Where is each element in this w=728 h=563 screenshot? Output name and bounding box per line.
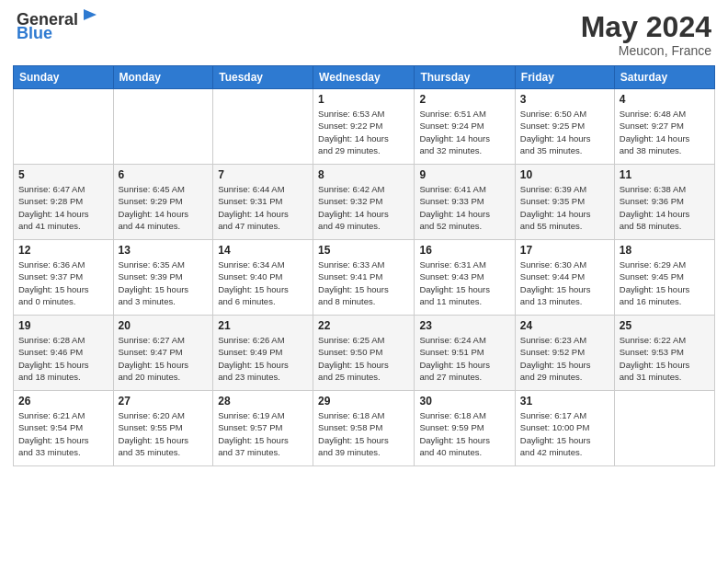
day-number: 11	[620, 168, 710, 181]
day-cell	[614, 391, 714, 466]
day-number: 20	[119, 319, 209, 332]
day-cell: 8Sunrise: 6:42 AM Sunset: 9:32 PM Daylig…	[313, 165, 415, 240]
day-number: 10	[520, 168, 609, 181]
day-number: 30	[419, 395, 509, 408]
calendar: SundayMondayTuesdayWednesdayThursdayFrid…	[13, 65, 715, 466]
day-info: Sunrise: 6:34 AM Sunset: 9:40 PM Dayligh…	[218, 259, 308, 307]
day-number: 5	[18, 168, 108, 181]
day-cell: 5Sunrise: 6:47 AM Sunset: 9:28 PM Daylig…	[14, 165, 114, 240]
day-number: 27	[119, 395, 209, 408]
day-number: 16	[419, 244, 509, 257]
day-cell: 19Sunrise: 6:28 AM Sunset: 9:46 PM Dayli…	[14, 316, 114, 391]
day-cell	[213, 89, 313, 165]
day-info: Sunrise: 6:38 AM Sunset: 9:36 PM Dayligh…	[620, 183, 710, 232]
header: General Blue May 2024 Meucon, France	[0, 0, 728, 65]
day-cell: 10Sunrise: 6:39 AM Sunset: 9:35 PM Dayli…	[515, 165, 614, 240]
day-info: Sunrise: 6:42 AM Sunset: 9:32 PM Dayligh…	[318, 183, 409, 232]
day-cell: 7Sunrise: 6:44 AM Sunset: 9:31 PM Daylig…	[213, 165, 313, 240]
day-number: 23	[419, 319, 509, 332]
header-day-friday: Friday	[515, 66, 614, 89]
day-cell: 2Sunrise: 6:51 AM Sunset: 9:24 PM Daylig…	[415, 89, 515, 165]
day-info: Sunrise: 6:23 AM Sunset: 9:52 PM Dayligh…	[520, 334, 609, 383]
calendar-body: 1Sunrise: 6:53 AM Sunset: 9:22 PM Daylig…	[14, 89, 715, 466]
day-cell: 26Sunrise: 6:21 AM Sunset: 9:54 PM Dayli…	[14, 391, 114, 466]
day-cell: 16Sunrise: 6:31 AM Sunset: 9:43 PM Dayli…	[415, 240, 515, 316]
week-row-5: 26Sunrise: 6:21 AM Sunset: 9:54 PM Dayli…	[14, 391, 715, 466]
day-number: 25	[620, 319, 710, 332]
day-cell: 23Sunrise: 6:24 AM Sunset: 9:51 PM Dayli…	[415, 316, 515, 391]
day-cell: 28Sunrise: 6:19 AM Sunset: 9:57 PM Dayli…	[213, 391, 313, 466]
day-number: 6	[119, 168, 209, 181]
day-cell: 15Sunrise: 6:33 AM Sunset: 9:41 PM Dayli…	[313, 240, 415, 316]
day-number: 28	[218, 395, 308, 408]
title-block: May 2024 Meucon, France	[581, 11, 711, 58]
day-cell: 3Sunrise: 6:50 AM Sunset: 9:25 PM Daylig…	[515, 89, 614, 165]
day-number: 18	[620, 244, 710, 257]
day-info: Sunrise: 6:53 AM Sunset: 9:22 PM Dayligh…	[318, 108, 409, 156]
day-info: Sunrise: 6:18 AM Sunset: 9:59 PM Dayligh…	[419, 409, 509, 458]
day-info: Sunrise: 6:41 AM Sunset: 9:33 PM Dayligh…	[419, 183, 509, 232]
header-day-monday: Monday	[113, 66, 213, 89]
day-cell: 17Sunrise: 6:30 AM Sunset: 9:44 PM Dayli…	[515, 240, 614, 316]
day-cell	[113, 89, 213, 165]
day-info: Sunrise: 6:48 AM Sunset: 9:27 PM Dayligh…	[620, 108, 710, 156]
day-number: 9	[419, 168, 509, 181]
day-info: Sunrise: 6:45 AM Sunset: 9:29 PM Dayligh…	[119, 183, 209, 232]
day-number: 1	[318, 93, 409, 106]
calendar-table: SundayMondayTuesdayWednesdayThursdayFrid…	[13, 65, 715, 466]
day-info: Sunrise: 6:50 AM Sunset: 9:25 PM Dayligh…	[520, 108, 609, 156]
day-number: 8	[318, 168, 409, 181]
day-info: Sunrise: 6:22 AM Sunset: 9:53 PM Dayligh…	[620, 334, 710, 383]
day-cell: 6Sunrise: 6:45 AM Sunset: 9:29 PM Daylig…	[113, 165, 213, 240]
day-cell: 20Sunrise: 6:27 AM Sunset: 9:47 PM Dayli…	[113, 316, 213, 391]
day-info: Sunrise: 6:26 AM Sunset: 9:49 PM Dayligh…	[218, 334, 308, 383]
day-cell: 18Sunrise: 6:29 AM Sunset: 9:45 PM Dayli…	[614, 240, 714, 316]
calendar-subtitle: Meucon, France	[581, 43, 711, 58]
logo-icon	[80, 7, 100, 28]
day-info: Sunrise: 6:20 AM Sunset: 9:55 PM Dayligh…	[119, 409, 209, 458]
day-info: Sunrise: 6:25 AM Sunset: 9:50 PM Dayligh…	[318, 334, 409, 383]
day-number: 19	[18, 319, 108, 332]
day-cell: 22Sunrise: 6:25 AM Sunset: 9:50 PM Dayli…	[313, 316, 415, 391]
day-info: Sunrise: 6:17 AM Sunset: 10:00 PM Daylig…	[520, 409, 609, 458]
day-info: Sunrise: 6:51 AM Sunset: 9:24 PM Dayligh…	[419, 108, 509, 156]
day-cell: 25Sunrise: 6:22 AM Sunset: 9:53 PM Dayli…	[614, 316, 714, 391]
day-cell: 13Sunrise: 6:35 AM Sunset: 9:39 PM Dayli…	[113, 240, 213, 316]
week-row-1: 1Sunrise: 6:53 AM Sunset: 9:22 PM Daylig…	[14, 89, 715, 165]
day-number: 15	[318, 244, 409, 257]
day-info: Sunrise: 6:47 AM Sunset: 9:28 PM Dayligh…	[18, 183, 108, 232]
day-number: 4	[620, 93, 710, 106]
day-info: Sunrise: 6:31 AM Sunset: 9:43 PM Dayligh…	[419, 259, 509, 307]
day-info: Sunrise: 6:19 AM Sunset: 9:57 PM Dayligh…	[218, 409, 308, 458]
week-row-2: 5Sunrise: 6:47 AM Sunset: 9:28 PM Daylig…	[14, 165, 715, 240]
day-number: 22	[318, 319, 409, 332]
day-info: Sunrise: 6:28 AM Sunset: 9:46 PM Dayligh…	[18, 334, 108, 383]
day-number: 26	[18, 395, 108, 408]
day-cell: 31Sunrise: 6:17 AM Sunset: 10:00 PM Dayl…	[515, 391, 614, 466]
header-day-sunday: Sunday	[14, 66, 114, 89]
day-cell: 4Sunrise: 6:48 AM Sunset: 9:27 PM Daylig…	[614, 89, 714, 165]
day-info: Sunrise: 6:27 AM Sunset: 9:47 PM Dayligh…	[119, 334, 209, 383]
day-cell: 29Sunrise: 6:18 AM Sunset: 9:58 PM Dayli…	[313, 391, 415, 466]
day-number: 7	[218, 168, 308, 181]
day-number: 24	[520, 319, 609, 332]
day-number: 21	[218, 319, 308, 332]
day-info: Sunrise: 6:24 AM Sunset: 9:51 PM Dayligh…	[419, 334, 509, 383]
svg-marker-0	[84, 9, 97, 20]
week-row-4: 19Sunrise: 6:28 AM Sunset: 9:46 PM Dayli…	[14, 316, 715, 391]
day-cell: 14Sunrise: 6:34 AM Sunset: 9:40 PM Dayli…	[213, 240, 313, 316]
day-number: 13	[119, 244, 209, 257]
day-info: Sunrise: 6:39 AM Sunset: 9:35 PM Dayligh…	[520, 183, 609, 232]
day-cell	[14, 89, 114, 165]
header-day-wednesday: Wednesday	[313, 66, 415, 89]
day-info: Sunrise: 6:35 AM Sunset: 9:39 PM Dayligh…	[119, 259, 209, 307]
week-row-3: 12Sunrise: 6:36 AM Sunset: 9:37 PM Dayli…	[14, 240, 715, 316]
logo: General Blue	[17, 11, 100, 43]
header-day-saturday: Saturday	[614, 66, 714, 89]
day-info: Sunrise: 6:18 AM Sunset: 9:58 PM Dayligh…	[318, 409, 409, 458]
day-number: 12	[18, 244, 108, 257]
day-info: Sunrise: 6:33 AM Sunset: 9:41 PM Dayligh…	[318, 259, 409, 307]
day-number: 14	[218, 244, 308, 257]
day-cell: 9Sunrise: 6:41 AM Sunset: 9:33 PM Daylig…	[415, 165, 515, 240]
day-info: Sunrise: 6:30 AM Sunset: 9:44 PM Dayligh…	[520, 259, 609, 307]
